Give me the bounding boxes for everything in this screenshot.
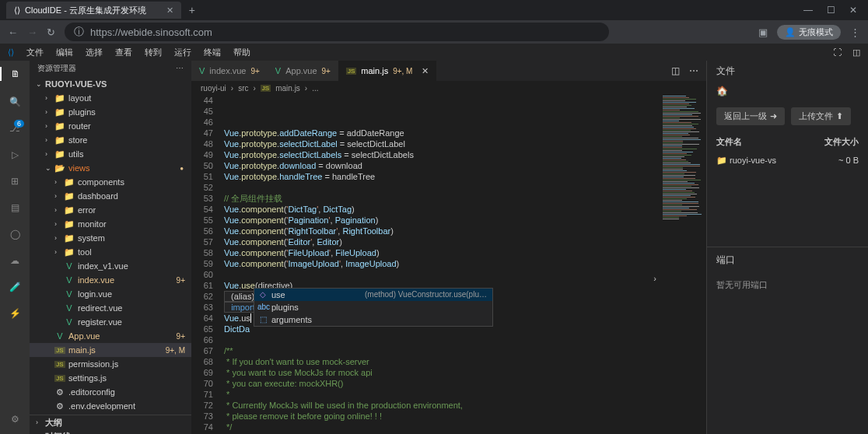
close-window-icon[interactable]: ✕ [849, 5, 857, 16]
folder-plugins[interactable]: ›📁plugins [30, 105, 191, 119]
folder-error[interactable]: ›📁error [30, 203, 191, 217]
file-index_v1.vue[interactable]: Vindex_v1.vue [30, 259, 191, 273]
expand-hint-icon[interactable]: › [653, 274, 656, 283]
folder-store[interactable]: ›📁store [30, 133, 191, 147]
folder-dashboard[interactable]: ›📁dashboard [30, 189, 191, 203]
incognito-icon: 👤 [785, 27, 796, 37]
layout-icon[interactable]: ◫ [852, 47, 860, 58]
address-input[interactable]: ⓘ https://webide.sinosoft.com [65, 23, 609, 41]
editor-more-icon[interactable]: ⋯ [689, 65, 698, 76]
minimap[interactable] [660, 95, 706, 434]
menu-select[interactable]: 选择 [86, 47, 103, 58]
port-section-title: 端口 [707, 247, 868, 273]
activity-circle-icon[interactable]: ◯ [10, 229, 20, 240]
back-button[interactable]: 返回上一级 ➜ [716, 107, 785, 125]
menu-help[interactable]: 帮助 [233, 47, 250, 58]
app-icon: ⟨⟩ [8, 47, 14, 58]
nav-forward-icon[interactable]: → [27, 26, 37, 38]
home-icon[interactable]: 🏠 [707, 81, 868, 101]
code-editor[interactable]: Vue.prototype.addDateRange = addDateRang… [224, 95, 660, 434]
browser-menu-icon[interactable]: ⋮ [850, 26, 860, 38]
activity-bolt-icon[interactable]: ⚡ [9, 308, 21, 319]
folder-monitor[interactable]: ›📁monitor [30, 217, 191, 231]
menu-run[interactable]: 运行 [174, 47, 191, 58]
menu-file[interactable]: 文件 [26, 47, 44, 58]
file-index.vue[interactable]: Vindex.vue9+ [30, 273, 191, 287]
browser-tab[interactable]: ⟨⟩ CloudIDE - 云原生集成开发环境 ✕ [6, 2, 181, 19]
file-login.vue[interactable]: Vlogin.vue [30, 287, 191, 301]
panel-大纲[interactable]: ›大纲 [30, 415, 191, 429]
activity-beaker-icon[interactable]: 🧪 [9, 282, 21, 292]
activity-explorer-icon[interactable]: 🗎 [0, 67, 30, 81]
incognito-badge: 👤 无痕模式 [777, 25, 841, 40]
new-tab-button[interactable]: + [189, 4, 195, 16]
folder-components[interactable]: ›📁components [30, 175, 191, 189]
activity-debug-icon[interactable]: ▷ [12, 149, 19, 160]
breadcrumb[interactable]: ruoyi-ui›src›JSmain.js›... [191, 81, 706, 95]
file-editorconfig[interactable]: ⚙.editorconfig [30, 385, 191, 399]
extension-icon[interactable]: ▣ [758, 26, 768, 38]
folder-tool[interactable]: ›📁tool [30, 245, 191, 259]
activity-search-icon[interactable]: 🔍 [9, 96, 21, 107]
file-permission-js[interactable]: JSpermission.js [30, 357, 191, 371]
sidebar-title: 资源管理器 [37, 63, 76, 74]
maximize-icon[interactable]: ☐ [827, 5, 835, 16]
file-redirect.vue[interactable]: Vredirect.vue [30, 301, 191, 315]
ac-item-plugins[interactable]: abcplugins [254, 301, 492, 313]
file-settings-js[interactable]: JSsettings.js [30, 371, 191, 385]
minimize-icon[interactable]: — [803, 5, 813, 16]
scm-badge: 6 [14, 120, 24, 128]
reload-icon[interactable]: ↻ [47, 26, 55, 38]
folder-router[interactable]: ›📁router [30, 119, 191, 133]
menu-view[interactable]: 查看 [115, 47, 132, 58]
autocomplete-popup[interactable]: ◇use(method) VueConstructor.use(plugi…ab… [254, 288, 493, 327]
tree-root[interactable]: ⌄RUOYI-VUE-VS [30, 77, 191, 91]
menu-terminal[interactable]: 终端 [204, 47, 221, 58]
tab-favicon: ⟨⟩ [14, 5, 20, 16]
settings-icon[interactable]: ⚙ [11, 414, 19, 425]
folder-utils[interactable]: ›📁utils [30, 147, 191, 161]
url-text: https://webide.sinosoft.com [90, 26, 212, 38]
folder-layout[interactable]: ›📁layout [30, 91, 191, 105]
site-info-icon[interactable]: ⓘ [74, 25, 84, 39]
menu-edit[interactable]: 编辑 [56, 47, 73, 58]
editor-tab-main.js[interactable]: JSmain.js9+, M✕ [338, 61, 436, 81]
ac-item-arguments[interactable]: ⬚arguments [254, 313, 492, 326]
file-env-dev[interactable]: ⚙.env.development [30, 399, 191, 413]
folder-system[interactable]: ›📁system [30, 231, 191, 245]
file-app-vue[interactable]: VApp.vue 9+ [30, 329, 191, 343]
file-row[interactable]: 📁 ruoyi-vue-vs ~ 0 B [707, 152, 868, 169]
close-tab-icon[interactable]: ✕ [166, 5, 173, 16]
ac-item-use[interactable]: ◇use(method) VueConstructor.use(plugi… [254, 289, 492, 301]
file-register.vue[interactable]: Vregister.vue [30, 315, 191, 329]
panel-时间线[interactable]: ›时间线 [30, 429, 191, 434]
port-empty-text: 暂无可用端口 [707, 273, 868, 297]
upload-button[interactable]: 上传文件 ⬆ [791, 107, 851, 125]
col-filesize: 文件大小 [824, 136, 859, 148]
line-gutter: 4445464748495051525354555657585960616263… [191, 95, 224, 434]
editor-tab-index.vue[interactable]: Vindex.vue9+ [191, 61, 268, 81]
folder-views[interactable]: ⌄📂views ● [30, 161, 191, 175]
editor-tab-App.vue[interactable]: VApp.vue9+ [268, 61, 338, 81]
files-panel-title: 文件 [707, 61, 868, 81]
fullscreen-icon[interactable]: ⛶ [833, 47, 842, 57]
nav-back-icon[interactable]: ← [8, 26, 18, 38]
menu-goto[interactable]: 转到 [145, 47, 162, 58]
tab-title: CloudIDE - 云原生集成开发环境 [25, 5, 146, 16]
col-filename: 文件名 [716, 136, 742, 148]
file-main-js[interactable]: JSmain.js 9+, M [30, 343, 191, 357]
split-editor-icon[interactable]: ◫ [671, 65, 680, 76]
activity-ext-icon[interactable]: ⊞ [11, 176, 19, 187]
sidebar-more-icon[interactable]: ⋯ [176, 64, 184, 72]
activity-cloud-icon[interactable]: ☁ [10, 255, 19, 266]
activity-db-icon[interactable]: ▤ [11, 202, 19, 213]
